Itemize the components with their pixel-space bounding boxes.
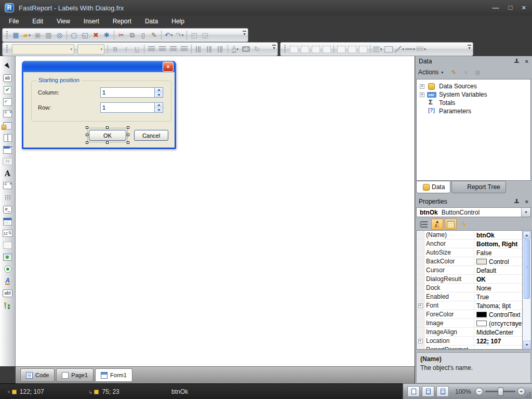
starting-position-groupbox[interactable]: Starting position Column: 1 Row: <box>31 81 171 122</box>
prop-enabled[interactable]: + Enabled True <box>417 292 522 301</box>
zoom-in-button[interactable]: + <box>517 388 525 395</box>
paste-button[interactable]: ▯▾ <box>138 30 149 41</box>
prop-anchor[interactable]: + Anchor Bottom, Right <box>417 240 522 248</box>
scroll-thumb[interactable] <box>524 240 530 299</box>
clear-format-button[interactable]: ↻▾ <box>251 44 262 55</box>
zoom-slider[interactable] <box>485 391 515 392</box>
spin-up-icon[interactable] <box>155 88 163 93</box>
border-left-button[interactable]: ▾ <box>310 44 321 55</box>
valign-top-button[interactable]: ▾ <box>193 44 204 55</box>
edit-datasource-icon[interactable]: ✎ <box>449 68 458 76</box>
menu-insert[interactable]: Insert <box>77 16 106 26</box>
scroll-up-icon[interactable] <box>523 231 530 239</box>
choose-data-icon[interactable]: ▦ <box>473 68 482 76</box>
prop-imagealign[interactable]: + ImageAlign MiddleCenter <box>417 328 522 337</box>
zoom-slider-thumb[interactable] <box>498 388 503 396</box>
align-right-button[interactable]: ▾ <box>168 44 179 55</box>
numeric-updown[interactable]: 1 <box>100 102 163 113</box>
alphabetical-sort-button[interactable]: A Z <box>431 219 443 230</box>
design-canvas[interactable]: × Starting position Column: 1 <box>16 56 415 366</box>
datetime-picker-control-tool[interactable]: ▾ <box>2 144 14 155</box>
group-button[interactable]: ◰▾ <box>189 30 200 41</box>
object-selector[interactable]: btnOk ButtonControl ▾ <box>416 207 531 217</box>
tab-code[interactable]: Code <box>20 368 55 382</box>
tree-item-totals[interactable]: + Totals <box>417 99 530 107</box>
toolbar-overflow-button[interactable]: ▾ <box>242 31 247 36</box>
ok-button-selection[interactable]: OK <box>86 126 129 144</box>
cut-button[interactable]: ✂▾ <box>116 30 127 41</box>
label-control-tool[interactable]: A▾ <box>2 168 14 179</box>
bold-button[interactable]: B▾ <box>110 44 121 55</box>
tab-data[interactable]: Data <box>416 181 450 193</box>
property-grid-scrollbar[interactable] <box>523 230 531 350</box>
delete-icon[interactable]: × <box>461 68 470 76</box>
pin-icon[interactable] <box>514 198 519 205</box>
toolbar-overflow-button[interactable]: ▾ <box>467 45 472 50</box>
treeview-control-tool[interactable]: ▾ <box>2 300 14 310</box>
menu-data[interactable]: Data <box>138 16 165 26</box>
resize-handle[interactable] <box>106 126 109 129</box>
valign-bottom-button[interactable]: ▾ <box>215 44 226 55</box>
format-painter-button[interactable]: ✎▾ <box>149 30 159 41</box>
prop-reportparameter[interactable]: + ReportParamet <box>417 345 522 350</box>
textbox-control-tool[interactable]: abl▾ <box>2 288 14 298</box>
line-color-button[interactable]: ▾ <box>394 44 405 55</box>
tab-form1[interactable]: Form1 <box>95 368 132 382</box>
undo-button[interactable]: ↶▾ <box>163 30 174 41</box>
picturebox-control-tool[interactable]: ▾ <box>2 252 14 262</box>
font-color-button[interactable]: A▾ <box>230 44 241 55</box>
prop-backcolor[interactable]: + BackColor Control <box>417 257 522 266</box>
border-top-button[interactable]: ▾ <box>288 44 299 55</box>
combobox-control-tool[interactable]: ▾ <box>2 109 14 119</box>
toolbar-grip[interactable] <box>6 31 8 39</box>
expand-icon[interactable]: + <box>420 84 424 89</box>
menu-report[interactable]: Report <box>106 16 138 26</box>
font-size-combo[interactable]: ▾ <box>77 44 104 55</box>
fill-color-button[interactable]: ▾ <box>372 44 383 55</box>
resize-handle[interactable] <box>86 134 88 136</box>
ungroup-button[interactable]: ◲▾ <box>200 30 210 41</box>
menu-view[interactable]: View <box>50 16 77 26</box>
month-calendar-control-tool[interactable]: ▾ <box>2 216 14 227</box>
open-button[interactable]: ▰▾ <box>21 30 32 41</box>
expand-icon[interactable]: + <box>418 339 423 343</box>
dialog-close-icon[interactable]: × <box>163 62 174 72</box>
border-all-button[interactable]: ▾ <box>336 44 347 55</box>
close-button[interactable]: × <box>522 4 526 11</box>
menu-edit[interactable]: Edit <box>25 16 50 26</box>
properties-view-button[interactable] <box>445 219 457 230</box>
close-icon[interactable]: × <box>525 198 528 205</box>
radiobutton-control-tool[interactable]: ▾ <box>2 264 14 274</box>
spin-down-icon[interactable] <box>155 108 163 113</box>
highlight-button[interactable]: ab▾ <box>241 44 251 55</box>
prop-autosize[interactable]: + AutoSize False <box>417 248 522 257</box>
align-justify-button[interactable]: ▾ <box>179 44 190 55</box>
zoom-whole-page-button[interactable] <box>422 386 434 397</box>
prop-location[interactable]: + Location 122; 107 <box>417 337 522 345</box>
scroll-down-icon[interactable] <box>523 341 530 349</box>
redo-button[interactable]: ↷▾ <box>174 30 185 41</box>
richtext-control-tool[interactable]: A▾ <box>2 276 14 286</box>
actions-menu[interactable]: Actions <box>418 69 438 76</box>
border-props-button[interactable]: ▾ <box>357 44 368 55</box>
menu-file[interactable]: File <box>2 16 25 26</box>
align-left-button[interactable]: ▾ <box>146 44 157 55</box>
print-button[interactable]: ▥▾ <box>43 30 54 41</box>
underline-button[interactable]: U▾ <box>131 44 142 55</box>
border-bottom-button[interactable]: ▾ <box>299 44 310 55</box>
border-right-button[interactable]: ▾ <box>321 44 332 55</box>
masked-textbox-control-tool[interactable]: #_▾ <box>2 204 14 215</box>
new-report-button[interactable]: ▦▾ <box>10 30 21 41</box>
prop-font[interactable]: + Font Tahoma; 8pt <box>417 301 522 310</box>
line-style-button[interactable]: ▾ <box>405 44 416 55</box>
prop-dialogresult[interactable]: + DialogResult OK <box>417 275 522 284</box>
zoom-page-width-button[interactable] <box>407 386 420 397</box>
tree-item-system-variables[interactable]: + System Variables <box>417 90 530 99</box>
minimize-button[interactable]: — <box>493 4 499 11</box>
resize-grip[interactable] <box>525 392 530 397</box>
button-control-tool[interactable]: ab▾ <box>2 73 14 83</box>
expand-icon[interactable]: + <box>418 303 423 308</box>
masked-edit-control-tool[interactable]: ▾ <box>2 192 14 203</box>
panel-control-tool[interactable]: ▾ <box>2 240 14 250</box>
prop-image[interactable]: + Image (отсутствует) <box>417 319 522 328</box>
